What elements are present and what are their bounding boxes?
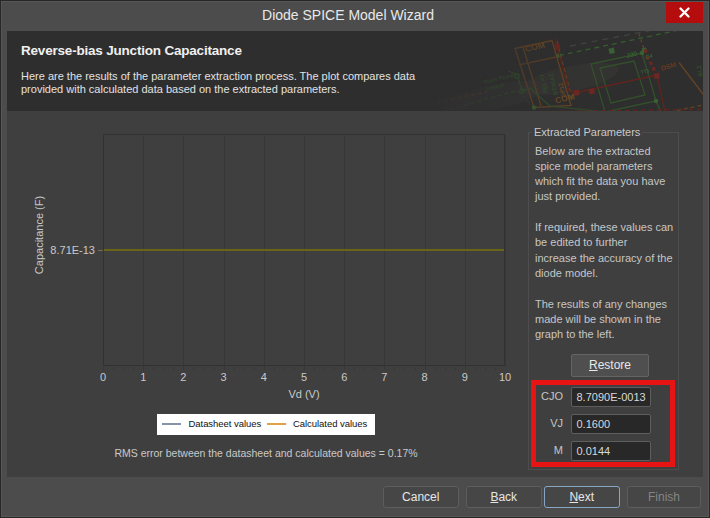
- svg-text:J30: J30: [626, 49, 639, 58]
- svg-text:DSM: DSM: [660, 60, 677, 71]
- svg-text:RL2: RL2: [695, 64, 703, 77]
- svg-text:C4: C4: [645, 52, 654, 60]
